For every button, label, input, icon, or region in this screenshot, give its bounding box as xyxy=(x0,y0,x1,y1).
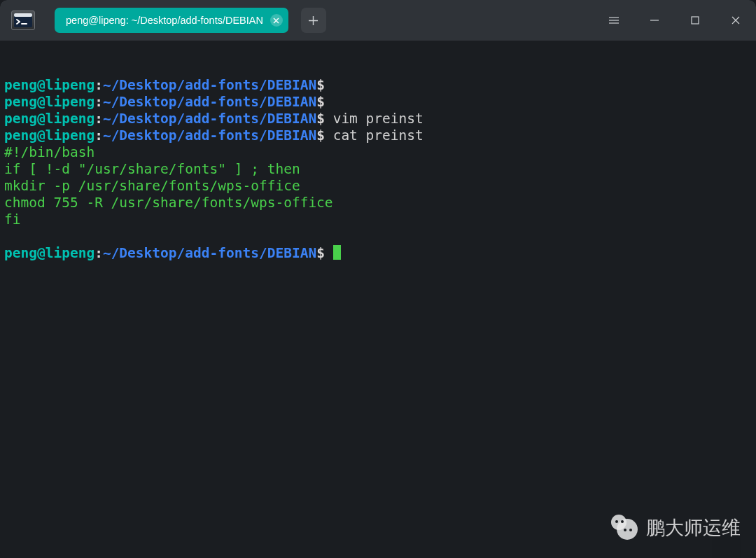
menu-button[interactable] xyxy=(594,0,634,41)
terminal-line: peng@lipeng:~/Desktop/add-fonts/DEBIAN$ … xyxy=(4,127,752,144)
maximize-button[interactable] xyxy=(675,0,715,41)
terminal-output-line: #!/bin/bash xyxy=(4,144,752,161)
terminal-output-line: mkdir -p /usr/share/fonts/wps-office xyxy=(4,178,752,195)
terminal-blank-line xyxy=(4,228,752,245)
cursor xyxy=(333,245,341,260)
terminal-line: peng@lipeng:~/Desktop/add-fonts/DEBIAN$ … xyxy=(4,111,752,127)
new-tab-button[interactable] xyxy=(301,8,326,33)
active-tab[interactable]: peng@lipeng: ~/Desktop/add-fonts/DEBIAN xyxy=(55,8,288,33)
terminal-output-line: fi xyxy=(4,211,752,228)
close-button[interactable] xyxy=(715,0,756,41)
terminal-output-line: chmod 755 -R /usr/share/fonts/wps-office xyxy=(4,195,752,211)
wechat-icon xyxy=(610,513,639,543)
watermark: 鹏大师运维 xyxy=(610,513,741,543)
app-icon xyxy=(11,11,35,30)
watermark-text: 鹏大师运维 xyxy=(646,519,741,536)
terminal-output-line: if [ !-d "/usr/share/fonts" ] ; then xyxy=(4,161,752,178)
svg-rect-7 xyxy=(692,17,699,24)
terminal-line: peng@lipeng:~/Desktop/add-fonts/DEBIAN$ xyxy=(4,94,752,111)
window-controls xyxy=(594,0,756,41)
title-bar: peng@lipeng: ~/Desktop/add-fonts/DEBIAN xyxy=(0,0,756,41)
minimize-button[interactable] xyxy=(634,0,675,41)
svg-rect-1 xyxy=(14,13,32,17)
terminal-viewport[interactable]: peng@lipeng:~/Desktop/add-fonts/DEBIAN$p… xyxy=(0,41,756,558)
tab-title: peng@lipeng: ~/Desktop/add-fonts/DEBIAN xyxy=(66,15,263,26)
terminal-line: peng@lipeng:~/Desktop/add-fonts/DEBIAN$ xyxy=(4,245,752,262)
terminal-line: peng@lipeng:~/Desktop/add-fonts/DEBIAN$ xyxy=(4,77,752,94)
tab-close-button[interactable] xyxy=(270,14,283,27)
